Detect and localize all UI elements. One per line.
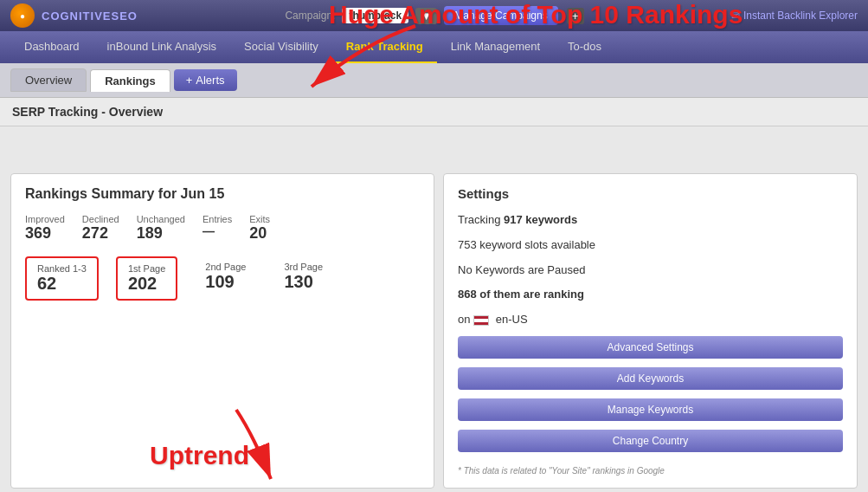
rank-grid: Ranked 1-3 62 1st Page 202 2nd Page 109 … [25, 256, 420, 301]
settings-locale: on en-US [458, 311, 843, 329]
main-content: Huge Amount of Top 10 Rankings Rankings … [0, 126, 868, 492]
page-title: SERP Tracking - Overview [0, 98, 868, 126]
settings-slots: 753 keyword slots available [458, 236, 843, 255]
content-row: Rankings Summary for Jun 15 Improved 369… [10, 173, 858, 489]
nav-link-management[interactable]: Link Management [437, 31, 554, 63]
nav-social-visibility[interactable]: Social Visibility [230, 31, 332, 63]
add-keywords-btn[interactable]: Add Keywords [458, 367, 843, 390]
backlink-explorer[interactable]: ✉Instant Backlink Explorer [731, 10, 858, 22]
nav-dashboard[interactable]: Dashboard [10, 31, 93, 63]
settings-buttons: Advanced Settings Add Keywords Manage Ke… [458, 336, 843, 457]
rankings-title: Rankings Summary for Jun 15 [25, 186, 420, 202]
nav-inbound-link[interactable]: inBound Link Analysis [93, 31, 230, 63]
settings-tracking: Tracking 917 keywords [458, 211, 843, 230]
settings-ranking: 868 of them are ranking [458, 286, 843, 304]
stat-declined: Declined 272 [82, 214, 119, 243]
stats-row: Improved 369 Declined 272 Unchanged 189 … [25, 214, 420, 243]
rank-3rd-page: 3rd Page 130 [273, 256, 333, 301]
logo-text: COGNITIVESEO [42, 10, 138, 23]
stat-improved: Improved 369 [25, 214, 65, 243]
logo-icon: ● [10, 3, 35, 28]
settings-footnote: * This data is related to "Your Site" ra… [458, 466, 843, 476]
change-country-btn[interactable]: Change Country [458, 430, 843, 452]
logo-area: ● COGNITIVESEO [10, 3, 138, 28]
rank-2nd-page: 2nd Page 109 [195, 256, 256, 301]
campaign-name: thumbtack [342, 8, 408, 23]
sub-tabs: Overview Rankings +Alerts [0, 63, 868, 98]
settings-box: Settings Tracking 917 keywords 753 keywo… [443, 173, 858, 489]
flag-icon [473, 315, 489, 326]
advanced-settings-btn[interactable]: Advanced Settings [458, 336, 843, 359]
stat-entries: Entries — [203, 214, 232, 243]
top-bar: ● COGNITIVESEO Campaign: thumbtack ▼ Man… [0, 0, 868, 31]
tab-rankings[interactable]: Rankings [90, 69, 170, 92]
stat-exits: Exits 20 [249, 214, 270, 243]
add-campaign-btn[interactable]: + [567, 8, 584, 24]
nav-bar: Dashboard inBound Link Analysis Social V… [0, 31, 868, 63]
rank-1st-page: 1st Page 202 [116, 256, 177, 301]
manage-keywords-btn[interactable]: Manage Keywords [458, 398, 843, 421]
campaign-area: Campaign: thumbtack ▼ Manage Campaigns + [285, 6, 583, 25]
campaign-dropdown-btn[interactable]: ▼ [415, 8, 437, 24]
manage-campaigns-btn[interactable]: Manage Campaigns [444, 6, 557, 25]
rank-1-3: Ranked 1-3 62 [25, 256, 99, 301]
tab-alerts[interactable]: +Alerts [174, 69, 237, 91]
nav-rank-tracking[interactable]: Rank Tracking [332, 31, 437, 63]
nav-todos[interactable]: To-dos [554, 31, 615, 63]
arrow-uptrend [184, 401, 323, 488]
rankings-summary-box: Rankings Summary for Jun 15 Improved 369… [10, 173, 434, 489]
stat-unchanged: Unchanged 189 [137, 214, 185, 243]
settings-paused: No Keywords are Paused [458, 262, 843, 280]
settings-title: Settings [458, 186, 843, 201]
tab-overview[interactable]: Overview [10, 68, 87, 92]
campaign-label: Campaign: [285, 10, 335, 22]
